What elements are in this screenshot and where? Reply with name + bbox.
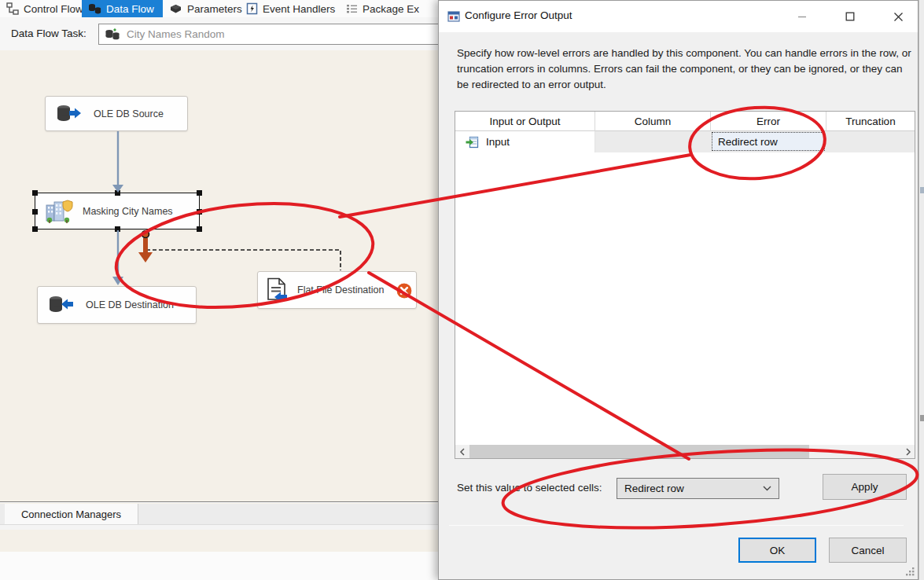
control-flow-icon (6, 2, 19, 15)
tab-label: Control Flow (24, 3, 83, 15)
tab-package-explorer[interactable]: Package Ex (339, 0, 444, 17)
grid-header-error[interactable]: Error (711, 112, 826, 131)
scrollbar-thumb[interactable] (469, 445, 809, 458)
grid-cell-truncation[interactable] (826, 131, 915, 152)
parameters-icon (169, 2, 182, 15)
splitter[interactable] (0, 501, 444, 503)
connection-managers-bar: Connection Managers (0, 504, 444, 524)
apply-button[interactable]: Apply (823, 474, 907, 500)
background-scroll-mark (920, 187, 924, 193)
maximize-button[interactable] (833, 1, 867, 32)
grid-header-input-or-output[interactable]: Input or Output (455, 112, 595, 131)
flat-file-destination-icon (266, 277, 288, 303)
dialog-titlebar[interactable]: Configure Error Output (439, 1, 918, 32)
masking-city-names-icon (43, 199, 73, 224)
background-window-edge (918, 0, 924, 580)
tab-label: Parameters (187, 3, 242, 15)
grid-header-column[interactable]: Column (595, 112, 711, 131)
component-flat-file-destination[interactable]: Flat File Destination (257, 271, 417, 309)
configure-error-output-dialog: Configure Error Output Specify how row-l… (438, 0, 918, 580)
grid-cell-input-label: Input (486, 136, 510, 148)
data-flow-icon (88, 2, 101, 15)
grid-cell-column[interactable] (595, 131, 711, 152)
dialog-app-icon (447, 10, 460, 23)
background-scroll-mark (920, 415, 924, 421)
grid-header-truncation[interactable]: Truncation (826, 112, 915, 131)
component-label: OLE DB Destination (86, 299, 174, 310)
grid-cell-error-value[interactable]: Redirect row (712, 132, 825, 151)
component-ole-db-source[interactable]: OLE DB Source (45, 96, 188, 131)
grid-cell-input[interactable]: Input (455, 131, 595, 152)
tab-data-flow[interactable]: Data Flow (82, 0, 163, 17)
grid-horizontal-scrollbar[interactable] (455, 445, 915, 458)
connection-managers-tab[interactable]: Connection Managers (5, 504, 138, 524)
designer-tabstrip: Control Flow Data Flow Parameters (0, 0, 444, 17)
resize-grip[interactable] (905, 567, 915, 577)
component-label: Masking City Names (83, 206, 173, 217)
set-value-label: Set this value to selected cells: (457, 482, 602, 494)
ssis-designer-window: Control Flow Data Flow Parameters (0, 0, 924, 580)
set-value-dropdown-value: Redirect row (624, 483, 684, 494)
set-value-dropdown[interactable]: Redirect row (617, 478, 779, 499)
selection-handle[interactable] (32, 226, 38, 232)
grid-header-row: Input or Output Column Error Truncation (455, 112, 915, 131)
selection-handle[interactable] (197, 209, 202, 215)
ole-db-source-icon (56, 104, 83, 124)
package-explorer-icon (345, 2, 358, 15)
designer-toolbar: Data Flow Task: City Names Random (0, 17, 444, 50)
selection-handle[interactable] (197, 226, 202, 232)
scroll-right-arrow[interactable] (901, 445, 915, 458)
maximize-icon (845, 12, 855, 21)
scroll-left-arrow[interactable] (455, 445, 469, 458)
dialog-title: Configure Error Output (465, 9, 572, 21)
error-output-grid[interactable]: Input or Output Column Error Truncation … (455, 111, 915, 459)
close-icon (893, 12, 904, 22)
design-surface[interactable]: OLE DB Source (0, 50, 444, 552)
data-flow-task-label: Data Flow Task: (11, 28, 87, 39)
component-label: Flat File Destination (297, 284, 384, 296)
selection-handle[interactable] (32, 209, 38, 215)
chevron-down-icon (763, 486, 771, 491)
minimize-icon (797, 12, 807, 21)
data-flow-task-combo[interactable]: City Names Random (98, 24, 441, 45)
tab-event-handlers[interactable]: Event Handlers (240, 0, 339, 17)
ole-db-destination-icon (48, 295, 75, 315)
connection-managers-label: Connection Managers (21, 508, 121, 520)
tab-label: Package Ex (363, 3, 419, 15)
selection-handle[interactable] (32, 190, 38, 196)
minimize-button[interactable] (785, 1, 819, 32)
data-flow-task-icon (105, 28, 120, 41)
selection-handle[interactable] (115, 226, 120, 232)
component-masking-city-names[interactable]: Masking City Names (35, 193, 200, 229)
component-label: OLE DB Source (94, 108, 164, 119)
cancel-button[interactable]: Cancel (829, 538, 907, 563)
selection-handle[interactable] (197, 190, 202, 196)
grid-row-input[interactable]: Input Redirect row (455, 131, 915, 152)
error-badge-icon (396, 282, 413, 299)
close-button[interactable] (881, 1, 915, 32)
tab-label: Data Flow (106, 3, 154, 15)
data-flow-designer: Control Flow Data Flow Parameters (0, 0, 444, 580)
event-handlers-icon (246, 2, 258, 15)
dialog-separator (449, 525, 904, 526)
chevron-right-icon (905, 448, 911, 456)
component-ole-db-destination[interactable]: OLE DB Destination (37, 286, 197, 324)
tab-label: Event Handlers (263, 3, 335, 15)
tab-control-flow[interactable]: Control Flow (0, 0, 82, 17)
chevron-left-icon (459, 448, 466, 456)
data-flow-task-value: City Names Random (127, 28, 225, 40)
tab-parameters[interactable]: Parameters (163, 0, 240, 17)
selection-handle[interactable] (115, 190, 120, 196)
ok-button[interactable]: OK (738, 538, 816, 563)
dialog-description: Specify how row-level errors are handled… (457, 46, 917, 93)
grid-cell-error[interactable]: Redirect row (711, 131, 826, 152)
connection-managers-area (0, 524, 444, 530)
input-icon (466, 136, 479, 149)
